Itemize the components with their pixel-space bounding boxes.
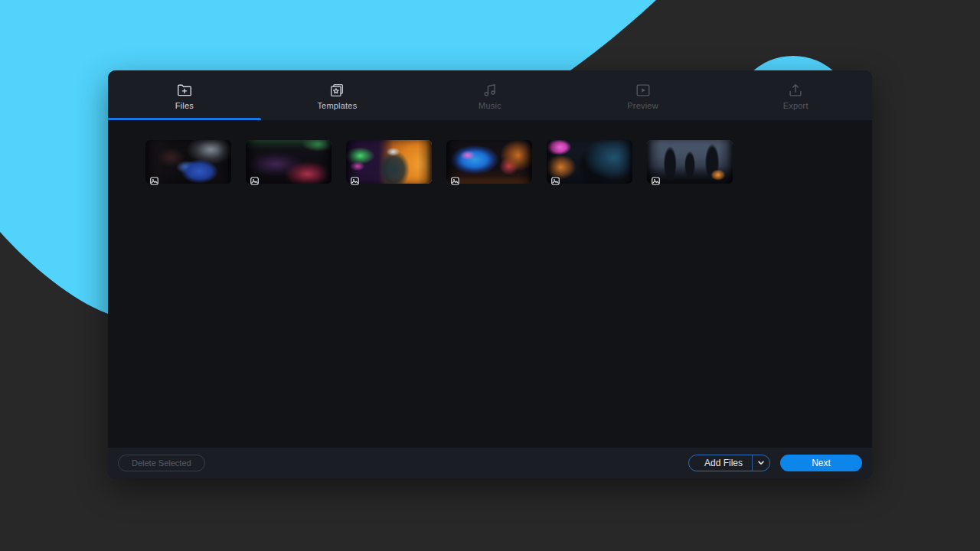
media-thumbnail-4[interactable] [446, 140, 532, 184]
image-badge-icon [651, 176, 661, 186]
tab-label: Music [479, 101, 501, 110]
image-badge-icon [450, 176, 460, 186]
tab-label: Preview [627, 101, 658, 110]
media-thumbnail-2[interactable] [246, 140, 332, 184]
media-thumbnail-3[interactable] [346, 140, 432, 184]
tab-music[interactable]: Music [413, 70, 567, 120]
media-thumbnail-1[interactable] [145, 140, 231, 184]
preview-play-icon [635, 82, 652, 99]
media-area [108, 120, 872, 448]
add-files-label: Add Files [689, 455, 752, 471]
add-files-button[interactable]: Add Files [688, 455, 770, 471]
tab-export[interactable]: Export [719, 70, 872, 120]
footer-bar: Delete Selected Add Files Next [108, 448, 872, 478]
folder-add-icon [176, 82, 193, 99]
image-badge-icon [550, 176, 560, 186]
tab-label: Files [175, 101, 194, 110]
media-thumbnail-6[interactable] [647, 140, 733, 184]
export-icon [787, 82, 804, 99]
media-thumbnail-5[interactable] [547, 140, 632, 184]
image-badge-icon [350, 176, 360, 186]
app-window: Files Templates Music [108, 70, 872, 478]
add-files-menu-button[interactable] [753, 459, 769, 467]
tab-files[interactable]: Files [108, 70, 261, 120]
tab-preview[interactable]: Preview [567, 70, 720, 120]
tab-label: Templates [317, 101, 357, 110]
image-badge-icon [149, 176, 159, 186]
tab-label: Export [783, 101, 808, 110]
chevron-down-icon [757, 459, 765, 467]
templates-icon [328, 82, 345, 99]
image-badge-icon [250, 176, 260, 186]
delete-selected-button[interactable]: Delete Selected [118, 455, 205, 471]
music-note-icon [482, 82, 498, 99]
footer-actions: Add Files Next [688, 455, 862, 471]
tab-bar: Files Templates Music [108, 70, 872, 120]
media-grid [108, 120, 872, 184]
tab-templates[interactable]: Templates [261, 70, 414, 120]
next-button[interactable]: Next [780, 455, 862, 471]
